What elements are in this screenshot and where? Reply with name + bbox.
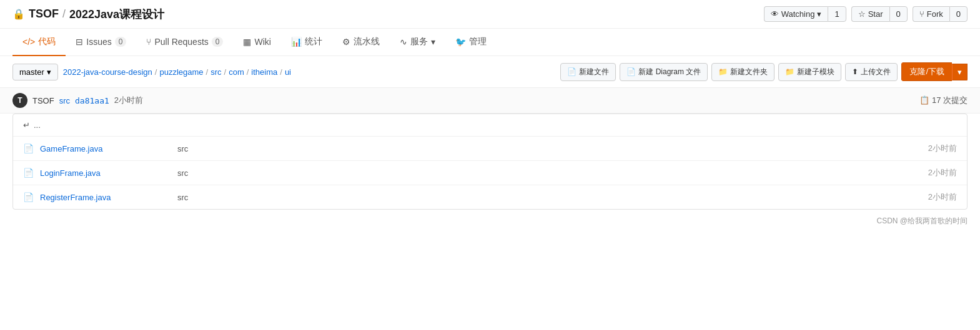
watching-label: Watching [781, 9, 815, 19]
tab-pullrequests[interactable]: ⑂ Pull Requests 0 [136, 29, 233, 56]
branch-selector[interactable]: master ▾ [12, 64, 58, 80]
tab-manage-label: 管理 [469, 36, 487, 47]
star-label: Star [868, 9, 883, 19]
issues-badge: 0 [115, 37, 127, 47]
tab-code-label: 代码 [38, 36, 56, 47]
fork-button[interactable]: ⑂ Fork [913, 6, 949, 22]
breadcrumb-current: ui [285, 67, 291, 77]
commit-hash[interactable]: da81aa1 [75, 96, 109, 105]
clone-button-group: 克隆/下载 ▾ [901, 62, 968, 81]
fork-count-badge[interactable]: 0 [949, 6, 968, 22]
repo-name[interactable]: 2022Java课程设计 [69, 7, 164, 22]
watching-button[interactable]: 👁 Watching ▾ [764, 6, 828, 22]
breadcrumb-item-0[interactable]: 2022-java-course-design [63, 67, 152, 77]
file-msg-0: src [177, 144, 928, 153]
issues-icon: ⊟ [76, 37, 83, 47]
tab-code[interactable]: </> 代码 [12, 29, 66, 56]
file-list: ↵ ... 📄 GameFrame.java src 2小时前 📄 LoginF… [12, 114, 968, 210]
tab-pr-label: Pull Requests [154, 37, 208, 47]
header-bar: 🔒 TSOF / 2022Java课程设计 👁 Watching ▾ 1 ☆ S… [0, 0, 980, 29]
new-diagram-label: 新建 Diagram 文件 [638, 67, 701, 77]
tab-stats-label: 统计 [305, 36, 322, 47]
breadcrumb-item-4[interactable]: itheima [251, 67, 277, 77]
star-button[interactable]: ☆ Star [851, 6, 889, 22]
tab-stats[interactable]: 📊 统计 [281, 29, 332, 56]
tab-service[interactable]: ∿ 服务 ▾ [390, 29, 445, 56]
lock-icon: 🔒 [12, 8, 25, 20]
commit-count[interactable]: 📋 17 次提交 [919, 95, 968, 106]
footer: CSDN @给我两首歌的时间 [0, 210, 980, 233]
tab-wiki[interactable]: ▦ Wiki [233, 29, 280, 56]
nav-tabs: </> 代码 ⊟ Issues 0 ⑂ Pull Requests 0 ▦ Wi… [0, 29, 980, 56]
new-folder-button[interactable]: 📁 新建文件夹 [711, 63, 775, 81]
star-group: ☆ Star 0 [851, 6, 908, 22]
code-icon: </> [22, 37, 35, 47]
tab-issues-label: Issues [86, 37, 111, 47]
commit-branch[interactable]: src [59, 96, 70, 105]
avatar: T [12, 93, 27, 108]
new-diagram-icon: 📄 [626, 67, 636, 76]
breadcrumb-sep-0: / [155, 67, 157, 77]
file-msg-1: src [177, 168, 928, 178]
manage-icon: 🐦 [455, 37, 466, 47]
file-icon-2: 📄 [23, 192, 34, 202]
new-submodule-icon: 📁 [785, 67, 794, 76]
tab-service-label: 服务 [410, 36, 428, 47]
new-file-label: 新建文件 [579, 67, 609, 77]
new-submodule-button[interactable]: 📁 新建子模块 [778, 63, 841, 81]
clone-dropdown-button[interactable]: ▾ [952, 64, 968, 80]
breadcrumb-sep-1: / [206, 67, 209, 77]
star-count-badge[interactable]: 0 [889, 6, 908, 22]
breadcrumb-item-2[interactable]: src [210, 67, 221, 77]
repo-owner[interactable]: TSOF [29, 7, 59, 21]
header-actions: 👁 Watching ▾ 1 ☆ Star 0 ⑂ Fork [764, 6, 968, 22]
toolbar-actions: 📄 新建文件 📄 新建 Diagram 文件 📁 新建文件夹 📁 新建子模块 ⬆… [560, 62, 968, 81]
file-name-0[interactable]: GameFrame.java [40, 144, 177, 153]
eye-icon: 👁 [771, 9, 779, 19]
file-time-2: 2小时前 [928, 192, 957, 203]
new-file-icon: 📄 [567, 67, 577, 76]
back-link[interactable]: ... [34, 120, 41, 130]
breadcrumb-sep-4: / [280, 67, 282, 77]
clone-label: 克隆/下载 [909, 67, 944, 76]
table-row: 📄 RegisterFrame.java src 2小时前 [13, 185, 967, 209]
watching-group: 👁 Watching ▾ 1 [764, 6, 846, 22]
commit-info: T TSOF src da81aa1 2小时前 [12, 93, 143, 108]
pr-icon: ⑂ [146, 37, 151, 47]
breadcrumb-item-1[interactable]: puzzlegame [159, 67, 203, 77]
watching-count-badge[interactable]: 1 [828, 6, 846, 22]
new-diagram-button[interactable]: 📄 新建 Diagram 文件 [620, 63, 708, 81]
upload-icon: ⬆ [852, 67, 858, 76]
upload-file-button[interactable]: ⬆ 上传文件 [845, 63, 898, 81]
file-name-2[interactable]: RegisterFrame.java [40, 193, 177, 202]
commit-author[interactable]: TSOF [32, 96, 54, 105]
repo-title: 🔒 TSOF / 2022Java课程设计 [12, 7, 164, 22]
back-arrow-icon: ↵ [23, 120, 30, 130]
service-icon: ∿ [400, 37, 407, 47]
breadcrumb-item-3[interactable]: com [229, 67, 244, 77]
stats-icon: 📊 [291, 37, 302, 47]
tab-pipeline[interactable]: ⚙ 流水线 [332, 29, 390, 56]
toolbar: master ▾ 2022-java-course-design / puzzl… [0, 56, 980, 88]
table-row: 📄 LoginFrame.java src 2小时前 [13, 161, 967, 185]
star-icon: ☆ [858, 9, 866, 19]
file-icon-0: 📄 [23, 143, 34, 153]
tab-wiki-label: Wiki [254, 37, 270, 47]
repo-separator: / [62, 7, 66, 21]
file-name-1[interactable]: LoginFrame.java [40, 168, 177, 178]
new-folder-icon: 📁 [718, 67, 728, 76]
pipeline-icon: ⚙ [342, 37, 350, 47]
new-file-button[interactable]: 📄 新建文件 [560, 63, 616, 81]
clone-main-button[interactable]: 克隆/下载 [901, 62, 952, 81]
tab-manage[interactable]: 🐦 管理 [445, 29, 497, 56]
breadcrumb-sep-3: / [247, 67, 249, 77]
file-time-1: 2小时前 [928, 167, 957, 178]
clone-arrow-icon: ▾ [958, 67, 962, 77]
tab-issues[interactable]: ⊟ Issues 0 [66, 29, 136, 56]
branch-arrow: ▾ [47, 67, 51, 77]
branch-label: master [19, 67, 44, 77]
file-time-0: 2小时前 [928, 143, 957, 154]
service-arrow: ▾ [431, 37, 435, 47]
commit-bar: T TSOF src da81aa1 2小时前 📋 17 次提交 [0, 88, 980, 114]
new-submodule-label: 新建子模块 [797, 67, 834, 77]
